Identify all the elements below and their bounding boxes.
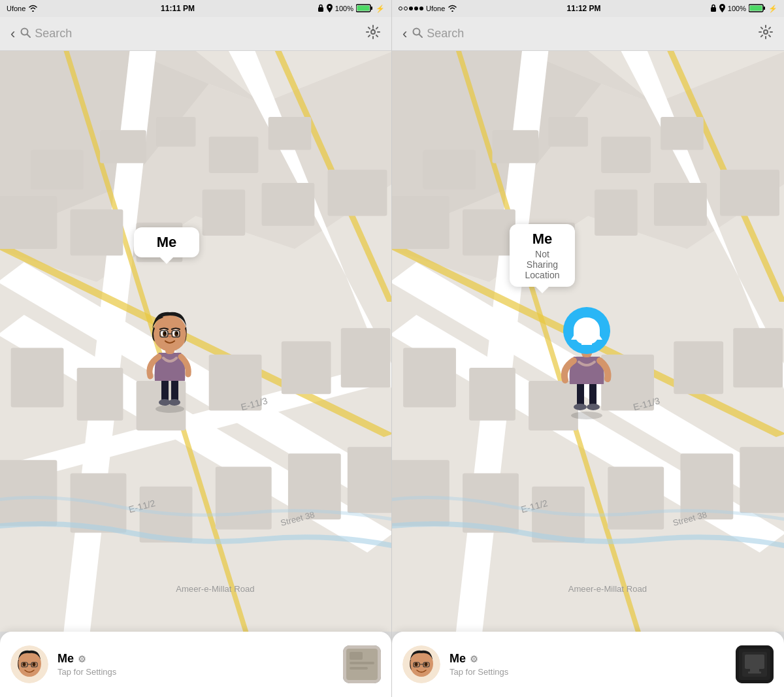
svg-rect-22 xyxy=(31,150,84,190)
signal-dot-3 xyxy=(409,7,413,10)
svg-text:Ameer-e-Millat Road: Ameer-e-Millat Road xyxy=(176,584,254,594)
right-callout-title: Me xyxy=(521,231,563,248)
svg-rect-142 xyxy=(750,669,759,672)
right-card-avatar xyxy=(402,645,440,683)
left-snap-thumb[interactable] xyxy=(343,645,381,683)
right-carrier-name: Ufone xyxy=(426,5,445,12)
right-snap-thumb[interactable] xyxy=(736,645,774,683)
right-character-svg xyxy=(554,306,619,420)
signal-dot-4 xyxy=(414,7,418,10)
svg-rect-23 xyxy=(100,130,146,163)
left-map: E-11/3 E-11/2 Street 38 Ameer-e-Millat R… xyxy=(0,51,391,632)
left-card-subtitle: Tap for Settings xyxy=(57,667,334,677)
svg-point-7 xyxy=(371,30,375,34)
left-search-icon xyxy=(20,27,31,41)
right-bottom-card[interactable]: Me ⚙ Tap for Settings xyxy=(392,632,784,697)
right-time: 11:12 PM xyxy=(567,4,601,13)
svg-line-83 xyxy=(419,34,423,37)
svg-rect-101 xyxy=(661,117,704,150)
svg-text:Ameer-e-Millat Road: Ameer-e-Millat Road xyxy=(568,584,647,594)
right-bitmoji-container xyxy=(554,306,619,423)
svg-rect-126 xyxy=(589,381,596,407)
svg-rect-26 xyxy=(269,117,312,150)
left-screen: Ufone 11:11 PM xyxy=(0,0,392,697)
signal-dot-2 xyxy=(404,7,408,10)
svg-point-60 xyxy=(165,332,167,334)
left-card-info: Me ⚙ Tap for Settings xyxy=(57,652,334,677)
svg-rect-30 xyxy=(203,189,246,236)
svg-rect-113 xyxy=(733,328,783,387)
svg-rect-33 xyxy=(11,348,64,408)
right-wifi-icon xyxy=(448,5,457,13)
left-wifi-icon xyxy=(28,5,38,13)
svg-point-61 xyxy=(176,332,178,334)
left-bitmoji xyxy=(140,306,199,416)
right-status-right: 100% ⚡ xyxy=(710,4,777,14)
svg-line-6 xyxy=(27,34,31,37)
left-search-bar[interactable]: Search xyxy=(20,27,365,41)
svg-point-128 xyxy=(587,404,600,410)
svg-rect-105 xyxy=(595,189,638,236)
right-screen: Ufone 11:12 PM xyxy=(392,0,784,697)
svg-rect-37 xyxy=(282,342,331,395)
svg-rect-74 xyxy=(350,662,374,664)
left-status-bar: Ufone 11:11 PM xyxy=(0,0,391,17)
svg-rect-44 xyxy=(348,447,391,513)
left-status-left: Ufone xyxy=(7,5,38,13)
svg-rect-107 xyxy=(720,170,779,216)
svg-rect-38 xyxy=(341,328,391,387)
right-search-bar[interactable]: Search xyxy=(412,27,758,41)
svg-point-84 xyxy=(764,30,768,34)
right-settings-icon[interactable] xyxy=(758,24,774,44)
svg-point-71 xyxy=(33,662,36,666)
svg-rect-0 xyxy=(318,7,323,12)
svg-rect-108 xyxy=(403,348,456,408)
left-battery-icon xyxy=(356,4,373,14)
svg-rect-27 xyxy=(0,196,57,249)
svg-rect-125 xyxy=(577,381,584,407)
svg-point-53 xyxy=(169,399,180,406)
left-card-avatar xyxy=(10,645,48,683)
left-status-right: 100% ⚡ xyxy=(318,4,385,14)
svg-rect-114 xyxy=(392,460,449,526)
svg-point-55 xyxy=(153,315,187,351)
right-back-button[interactable]: ‹ xyxy=(402,25,407,42)
svg-rect-32 xyxy=(328,170,387,216)
right-card-gear-icon: ⚙ xyxy=(470,654,478,664)
left-card-gear-icon: ⚙ xyxy=(78,654,86,664)
svg-point-124 xyxy=(571,412,602,419)
right-map: E-11/3 E-11/2 Street 38 Ameer-e-Millat R… xyxy=(392,51,784,632)
svg-point-78 xyxy=(721,6,723,8)
svg-point-70 xyxy=(23,662,26,666)
right-nav-bar: ‹ Search xyxy=(392,17,784,51)
left-bottom-card[interactable]: Me ⚙ Tap for Settings xyxy=(0,632,391,697)
right-battery-pct: 100% xyxy=(728,5,746,12)
svg-rect-75 xyxy=(350,667,368,670)
svg-rect-3 xyxy=(357,5,370,10)
svg-rect-97 xyxy=(423,150,476,190)
svg-rect-102 xyxy=(392,196,449,249)
right-carrier xyxy=(399,7,423,10)
left-callout-title: Me xyxy=(146,234,188,251)
left-search-text: Search xyxy=(35,27,72,41)
svg-rect-31 xyxy=(262,183,315,226)
right-callout: Me Not Sharing Location xyxy=(510,224,575,287)
svg-rect-119 xyxy=(740,447,784,513)
right-search-icon xyxy=(412,27,423,41)
svg-point-137 xyxy=(425,662,428,666)
right-search-text: Search xyxy=(427,27,464,41)
left-back-button[interactable]: ‹ xyxy=(10,25,15,42)
right-status-left: Ufone xyxy=(399,5,457,13)
right-card-info: Me ⚙ Tap for Settings xyxy=(449,652,727,677)
left-settings-icon[interactable] xyxy=(365,24,381,44)
svg-rect-25 xyxy=(209,137,259,173)
signal-dot-1 xyxy=(399,7,402,10)
svg-rect-81 xyxy=(764,7,766,10)
right-battery-icon xyxy=(749,4,766,14)
svg-rect-4 xyxy=(371,7,373,10)
svg-rect-109 xyxy=(469,368,515,421)
svg-rect-51 xyxy=(171,378,178,402)
svg-rect-99 xyxy=(548,117,588,146)
svg-rect-103 xyxy=(463,209,515,255)
svg-rect-117 xyxy=(608,466,664,529)
